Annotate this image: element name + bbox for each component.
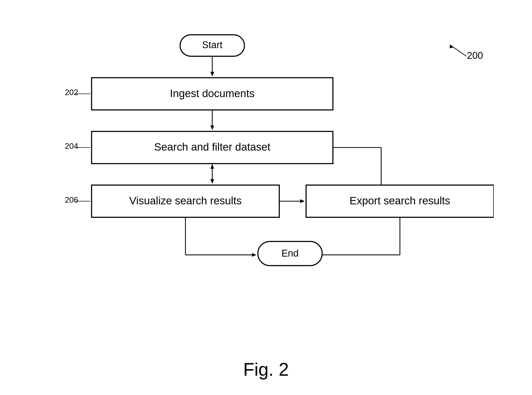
arrowhead-visualize-export [300, 199, 305, 203]
diagram-container: Start 202 Ingest documents 204 Search an… [38, 20, 494, 350]
figure-label: Fig. 2 [243, 359, 289, 380]
flowchart-svg: Start 202 Ingest documents 204 Search an… [38, 20, 494, 350]
ref-206: 206 [65, 195, 78, 204]
search-label: Search and filter dataset [154, 141, 270, 153]
ref-200: 200 [467, 50, 483, 61]
start-label: Start [202, 40, 223, 50]
arrowhead-search-visualize-down [210, 179, 214, 184]
export-label: Export search results [350, 195, 450, 207]
ref-204: 204 [65, 141, 78, 151]
end-label: End [281, 248, 299, 259]
ref-200-line [451, 45, 466, 56]
ingest-label: Ingest documents [170, 87, 254, 99]
arrowhead-ingest-search [210, 125, 214, 130]
arrowhead-start-ingest [210, 72, 214, 76]
arrowhead-visualize-search-up [210, 164, 214, 169]
visualize-label: Visualize search results [129, 195, 242, 207]
arrowhead-visualize-end [252, 253, 257, 257]
ref-202: 202 [65, 88, 78, 97]
